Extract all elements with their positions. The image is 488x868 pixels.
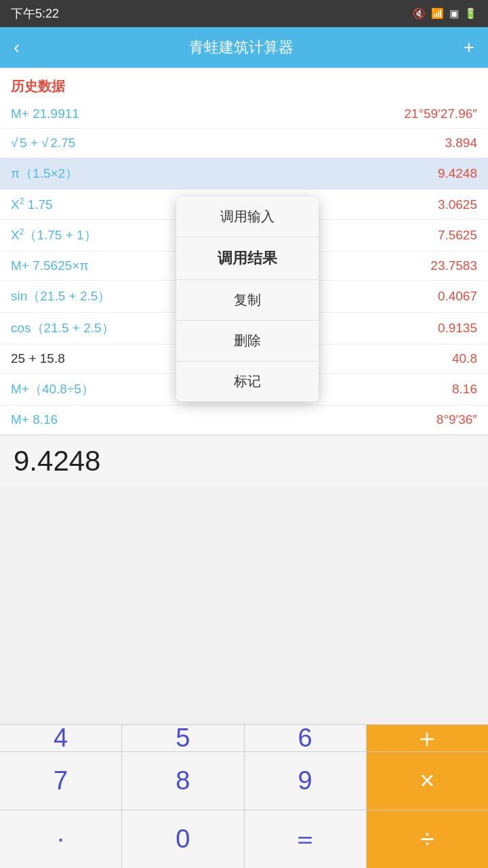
history-result: 40.8: [452, 351, 477, 366]
history-result: 3.0625: [438, 197, 477, 212]
key-plus[interactable]: ＋: [367, 725, 488, 751]
history-expr: 25 + 15.8: [11, 351, 65, 366]
history-row[interactable]: √ 5 + √ 2.75 3.894: [0, 129, 488, 158]
back-button[interactable]: ‹: [14, 38, 20, 57]
key-row-top-partial: 4 5 6 ＋: [0, 724, 488, 751]
key-multiply[interactable]: ×: [367, 752, 488, 810]
key-8[interactable]: 8: [122, 752, 244, 810]
key-divide[interactable]: ÷: [367, 810, 488, 868]
context-item-invoke-input[interactable]: 调用输入: [176, 197, 319, 237]
mute-icon: 🔇: [413, 7, 426, 20]
key-dot[interactable]: ·: [0, 810, 122, 868]
history-expr: cos（21.5 + 2.5）: [11, 319, 115, 337]
screen-icon: ▣: [449, 7, 459, 20]
history-row-highlighted[interactable]: π（1.5×2） 9.4248: [0, 158, 488, 190]
history-result: 0.4067: [438, 289, 477, 304]
display-value: 9.4248: [14, 445, 100, 477]
key-row-dot0eq: · 0 ＝ ÷: [0, 810, 488, 868]
history-result: 8.16: [452, 382, 477, 397]
key-0[interactable]: 0: [122, 810, 244, 868]
history-row[interactable]: M+ 8.16 8°9′36″: [0, 406, 488, 435]
history-expr: X2（1.75 + 1）: [11, 226, 97, 244]
key-5[interactable]: 5: [122, 725, 244, 751]
key-row-789: 7 8 9 ×: [0, 751, 488, 810]
history-result: 9.4248: [438, 166, 477, 181]
history-result: 8°9′36″: [436, 412, 477, 427]
context-menu: 调用输入 调用结果 复制 删除 标记: [176, 197, 319, 401]
app-title: 青蛙建筑计算器: [189, 37, 293, 58]
history-result: 3.894: [445, 136, 477, 151]
time-label: 下午5:22: [11, 5, 59, 22]
status-icons: 🔇 📶 ▣ 🔋: [413, 7, 477, 20]
history-row[interactable]: M+ 21.9911 21°59′27.96″: [0, 100, 488, 129]
key-7[interactable]: 7: [0, 752, 122, 810]
history-title: 历史数据: [11, 73, 477, 100]
history-expr: π（1.5×2）: [11, 165, 78, 182]
history-expr: M+ 7.5625×π: [11, 258, 89, 273]
history-result: 23.7583: [430, 258, 477, 273]
context-item-invoke-result[interactable]: 调用结果: [176, 237, 319, 280]
history-result: 7.5625: [438, 228, 477, 243]
keyboard: 4 5 6 ＋ 7 8 9 × · 0 ＝ ÷: [0, 724, 488, 868]
context-item-copy[interactable]: 复制: [176, 280, 319, 321]
history-result: 21°59′27.96″: [404, 106, 477, 121]
key-9[interactable]: 9: [245, 752, 367, 810]
battery-icon: 🔋: [464, 7, 477, 20]
history-result: 0.9135: [438, 321, 477, 336]
history-expr: M+（40.8÷5）: [11, 380, 94, 398]
add-button[interactable]: +: [464, 38, 474, 57]
history-expr: sin（21.5 + 2.5）: [11, 288, 110, 305]
wifi-icon: 📶: [431, 7, 444, 20]
display-area: 9.4248: [0, 435, 488, 487]
history-expr: √ 5 + √ 2.75: [11, 136, 75, 151]
header: ‹ 青蛙建筑计算器 +: [0, 27, 488, 68]
key-4[interactable]: 4: [0, 725, 122, 751]
history-expr: X2 1.75: [11, 197, 53, 212]
history-section: 历史数据: [0, 68, 488, 100]
context-item-delete[interactable]: 删除: [176, 321, 319, 361]
status-bar: 下午5:22 🔇 📶 ▣ 🔋: [0, 0, 488, 27]
key-equals[interactable]: ＝: [245, 810, 367, 868]
history-expr: M+ 21.9911: [11, 106, 79, 121]
key-6[interactable]: 6: [245, 725, 367, 751]
context-item-mark[interactable]: 标记: [176, 361, 319, 401]
history-expr: M+ 8.16: [11, 412, 58, 427]
